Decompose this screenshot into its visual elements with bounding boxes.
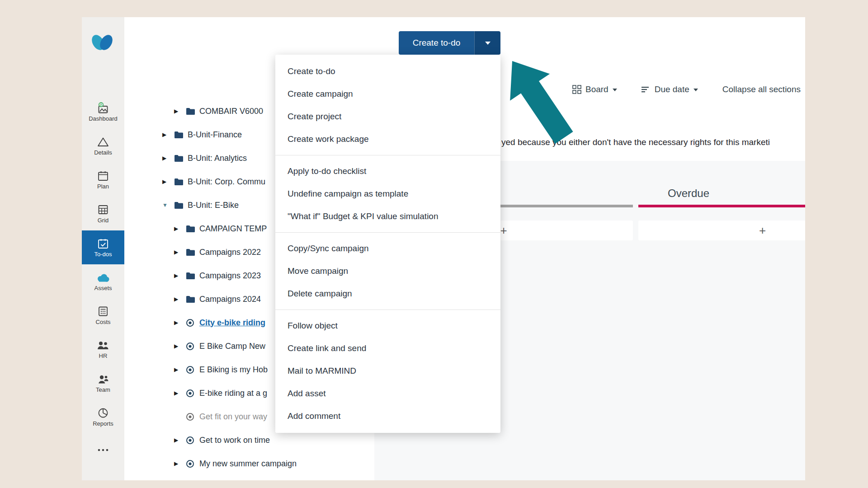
chevron-right-icon[interactable] xyxy=(174,343,186,349)
sidebar-item-label: Grid xyxy=(98,217,109,224)
more-dots-icon xyxy=(97,444,109,456)
menu-item-create-link-and-send[interactable]: Create link and send xyxy=(275,337,500,360)
tree-item-label: B-Unit: E-Bike xyxy=(188,201,239,210)
menu-item-copy-sync-campaign[interactable]: Copy/Sync campaign xyxy=(275,237,500,260)
sidebar-item-label: Plan xyxy=(97,183,109,190)
chevron-down-icon xyxy=(485,42,491,45)
chevron-right-icon[interactable] xyxy=(174,319,186,326)
grid-icon xyxy=(98,203,108,216)
folder-icon xyxy=(186,225,199,233)
folder-icon xyxy=(186,249,199,256)
add-card-button[interactable]: + xyxy=(638,221,805,240)
sort-icon xyxy=(642,86,651,93)
menu-item-apply-todo-checklist[interactable]: Apply to-do checklist xyxy=(275,160,500,183)
triangle-icon xyxy=(97,136,109,148)
tree-item-label: B-Unit: Analytics xyxy=(188,154,247,163)
calendar-icon xyxy=(98,169,108,182)
chevron-right-icon[interactable] xyxy=(174,108,186,114)
sidebar-item-label: Reports xyxy=(93,421,113,427)
folder-icon xyxy=(186,272,199,280)
tree-item-label: Get to work on time xyxy=(199,436,270,445)
tree-item-label: COMBAIR V6000 xyxy=(199,107,263,116)
target-icon xyxy=(186,319,199,327)
menu-item-undefine-campaign-template[interactable]: Undefine campaign as template xyxy=(275,183,500,205)
sidebar-item-dashboard[interactable]: β Dashboard xyxy=(82,95,124,129)
menu-item-what-if-simulation[interactable]: "What if" Budget & KPI value simulation xyxy=(275,205,500,228)
rights-notice-text: yed because you either don't have the ne… xyxy=(501,137,770,147)
sort-by-due-date[interactable]: Due date xyxy=(642,84,698,94)
tree-item-label: My new summer campaign xyxy=(199,459,297,469)
marmind-logo-icon xyxy=(89,33,115,55)
folder-icon xyxy=(174,131,188,139)
chevron-right-icon[interactable] xyxy=(174,437,186,443)
tree-item-label: Get fit on your way xyxy=(199,412,267,422)
menu-item-create-campaign[interactable]: Create campaign xyxy=(275,83,500,105)
sidebar-item-label: Dashboard xyxy=(89,116,118,122)
sidebar-item-reports[interactable]: Reports xyxy=(82,400,124,434)
people-group-icon xyxy=(97,339,109,352)
create-menu-toggle[interactable] xyxy=(474,31,500,55)
team-icon xyxy=(97,373,109,385)
chevron-right-icon[interactable] xyxy=(174,272,186,279)
chevron-right-icon[interactable] xyxy=(162,178,174,185)
board-grid-icon xyxy=(572,85,581,94)
target-icon xyxy=(186,366,199,374)
sort-label: Due date xyxy=(655,84,689,94)
sidebar-item-more[interactable] xyxy=(82,434,124,468)
sidebar: β Dashboard Details xyxy=(82,17,124,480)
create-dropdown-menu: Create to-do Create campaign Create proj… xyxy=(275,55,500,433)
sidebar-item-costs[interactable]: Costs xyxy=(82,298,124,332)
view-selector-board[interactable]: Board xyxy=(572,84,617,94)
menu-item-create-todo[interactable]: Create to-do xyxy=(275,60,500,83)
sidebar-item-label: Team xyxy=(96,387,110,393)
tree-item-label: Campaigns 2022 xyxy=(199,248,261,257)
target-icon xyxy=(186,389,199,398)
sidebar-item-details[interactable]: Details xyxy=(82,129,124,163)
tree-item[interactable]: My new summer campaign xyxy=(124,452,374,475)
tree-item-label: B-Unit: Corp. Commu xyxy=(188,177,265,187)
chevron-down-icon xyxy=(693,89,698,91)
menu-item-mail-to-marmind[interactable]: Mail to MARMIND xyxy=(275,360,500,382)
chevron-down-icon xyxy=(613,89,617,91)
chevron-right-icon[interactable] xyxy=(162,155,174,161)
sidebar-item-label: To-dos xyxy=(94,251,112,258)
menu-item-move-campaign[interactable]: Move campaign xyxy=(275,260,500,282)
chevron-down-icon[interactable] xyxy=(162,202,174,208)
plus-icon: + xyxy=(500,221,507,240)
target-icon xyxy=(186,436,199,445)
chevron-right-icon[interactable] xyxy=(174,296,186,302)
pie-chart-icon xyxy=(98,407,108,419)
sidebar-item-team[interactable]: Team xyxy=(82,366,124,400)
tree-item-label: Campaigns 2023 xyxy=(199,271,261,281)
calculator-icon xyxy=(98,305,108,318)
menu-divider xyxy=(275,310,500,310)
tree-item-label: E Bike Camp New xyxy=(199,342,265,351)
folder-icon xyxy=(186,296,199,303)
menu-item-follow-object[interactable]: Follow object xyxy=(275,314,500,337)
chevron-right-icon[interactable] xyxy=(174,225,186,232)
tree-item-label: Campaigns 2024 xyxy=(199,295,261,304)
menu-item-add-asset[interactable]: Add asset xyxy=(275,382,500,405)
menu-item-create-work-package[interactable]: Create work package xyxy=(275,128,500,150)
menu-item-add-comment[interactable]: Add comment xyxy=(275,405,500,427)
dashboard-image-icon: β xyxy=(97,102,109,114)
tree-item-label: E Biking is my Hob xyxy=(199,365,268,375)
chevron-right-icon[interactable] xyxy=(174,460,186,467)
sidebar-item-assets[interactable]: Assets xyxy=(82,264,124,298)
sidebar-item-plan[interactable]: Plan xyxy=(82,163,124,197)
sidebar-item-hr[interactable]: HR xyxy=(82,332,124,366)
collapse-all-sections-button[interactable]: Collapse all sections xyxy=(722,84,801,94)
menu-item-create-project[interactable]: Create project xyxy=(275,105,500,128)
menu-item-delete-campaign[interactable]: Delete campaign xyxy=(275,282,500,305)
chevron-right-icon[interactable] xyxy=(174,249,186,255)
chevron-right-icon[interactable] xyxy=(174,366,186,373)
sidebar-item-grid[interactable]: Grid xyxy=(82,197,124,230)
sidebar-item-label: Costs xyxy=(95,319,110,325)
menu-divider xyxy=(275,232,500,233)
create-todo-button[interactable]: Create to-do xyxy=(399,31,474,55)
chevron-right-icon[interactable] xyxy=(174,390,186,396)
cloud-icon xyxy=(97,271,109,284)
sidebar-item-todos[interactable]: To-dos xyxy=(82,230,124,264)
folder-icon xyxy=(174,178,188,186)
chevron-right-icon[interactable] xyxy=(162,131,174,138)
